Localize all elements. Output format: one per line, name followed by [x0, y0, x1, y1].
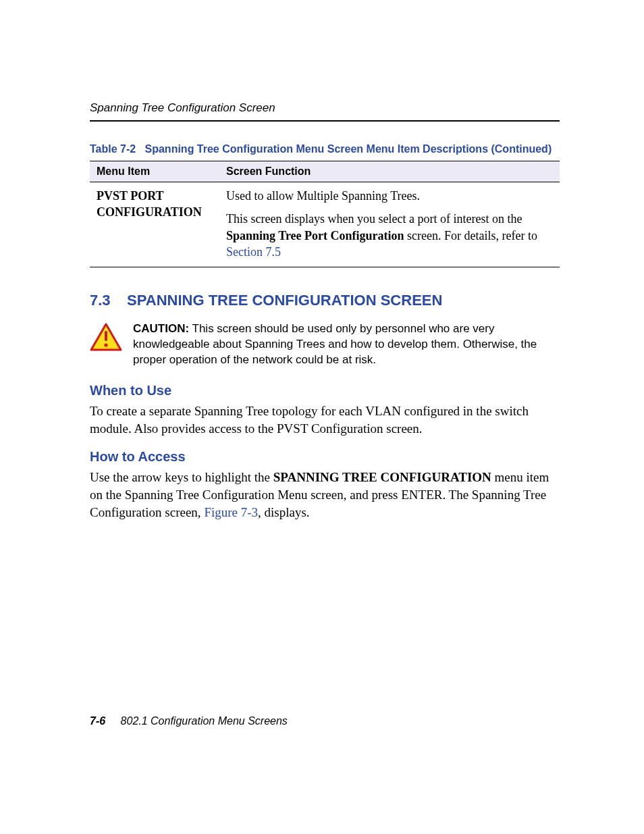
caution-label: CAUTION:: [133, 322, 189, 335]
table-caption-rest: Spanning Tree Configuration Menu Screen …: [145, 143, 552, 155]
caution-text: CAUTION: This screen should be used only…: [133, 321, 560, 368]
footer-title: 802.1 Configuration Menu Screens: [121, 715, 288, 727]
func-p2-c: screen. For details, refer to: [404, 229, 537, 242]
func-p2-bold: Spanning Tree Port Configuration: [226, 229, 404, 242]
svg-rect-1: [105, 331, 107, 341]
cell-menu-item: PVST PORT CONFIGURATION: [90, 182, 219, 267]
table-caption-prefix: Table 7-2: [90, 143, 136, 155]
table-row: PVST PORT CONFIGURATION Used to allow Mu…: [90, 182, 560, 267]
how-body-bold: SPANNING TREE CONFIGURATION: [273, 470, 491, 484]
caution-icon: [90, 323, 122, 353]
caution-body: This screen should be used only by perso…: [133, 322, 537, 366]
col-screen-function: Screen Function: [219, 161, 560, 182]
section-heading: 7.3 SPANNING TREE CONFIGURATION SCREEN: [90, 292, 560, 309]
func-paragraph-2: This screen displays when you select a p…: [226, 211, 553, 260]
caution-callout: CAUTION: This screen should be used only…: [90, 321, 560, 368]
how-to-access-body: Use the arrow keys to highlight the SPAN…: [90, 469, 560, 521]
section-title: SPANNING TREE CONFIGURATION SCREEN: [127, 292, 442, 309]
page: Spanning Tree Configuration Screen Table…: [0, 0, 644, 834]
page-footer: 7-6 802.1 Configuration Menu Screens: [90, 715, 288, 727]
when-to-use-body: To create a separate Spanning Tree topol…: [90, 402, 560, 437]
cell-screen-function: Used to allow Multiple Spanning Trees. T…: [219, 182, 560, 267]
func-paragraph-1: Used to allow Multiple Spanning Trees.: [226, 188, 553, 204]
col-menu-item: Menu Item: [90, 161, 219, 182]
how-to-access-heading: How to Access: [90, 449, 560, 465]
menu-item-line1: PVST PORT: [97, 189, 164, 203]
page-number: 7-6: [90, 715, 105, 727]
table-caption: Table 7-2 Spanning Tree Configuration Me…: [90, 143, 560, 155]
svg-point-2: [104, 344, 107, 347]
running-header: Spanning Tree Configuration Screen: [90, 101, 560, 122]
running-header-text: Spanning Tree Configuration Screen: [90, 101, 275, 114]
table-header-row: Menu Item Screen Function: [90, 161, 560, 182]
link-figure-7-3[interactable]: Figure 7-3: [204, 505, 258, 519]
description-table: Menu Item Screen Function PVST PORT CONF…: [90, 161, 560, 267]
menu-item-line2: CONFIGURATION: [97, 205, 202, 219]
link-section-7-5[interactable]: Section 7.5: [226, 245, 281, 259]
how-body-a: Use the arrow keys to highlight the: [90, 470, 273, 484]
how-body-c: , displays.: [258, 505, 310, 519]
when-to-use-heading: When to Use: [90, 383, 560, 398]
func-p2-a: This screen displays when you select a p…: [226, 212, 522, 226]
section-number: 7.3: [90, 292, 111, 309]
